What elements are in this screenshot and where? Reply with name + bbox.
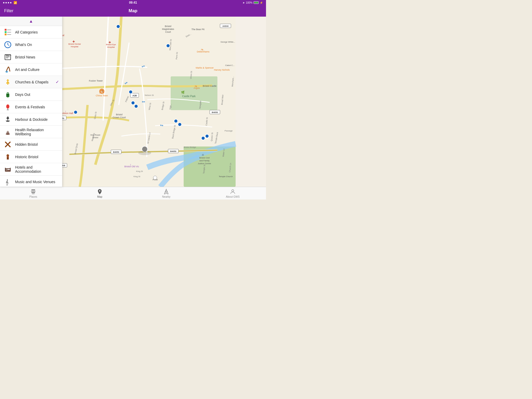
svg-text:B4053: B4053 [170,150,176,152]
hotels-icon [3,165,12,174]
status-bar: 📶 09:41 ➤ 100% ⚡ [0,0,266,5]
svg-point-132 [7,131,9,132]
menu-item-music[interactable]: 𝄞 Music and Music Venues [0,176,62,187]
main-content: ▶▶ ▶▶ ▶▶ ▶▶ A38 B4051 B4053 B4053 B4053 [0,17,266,187]
about-tab-icon [230,189,236,195]
svg-text:Passage: Passage [224,130,233,132]
svg-text:♪: ♪ [65,110,66,112]
svg-text:𝄞: 𝄞 [5,179,9,185]
menu-item-hidden-bristol[interactable]: Hidden Bristol [0,138,62,151]
battery-fill [254,2,258,3]
svg-text:Bristol Old Vic: Bristol Old Vic [124,165,139,168]
charging-icon: ⚡ [260,1,263,4]
svg-text:🛍: 🛍 [195,85,197,88]
signal-dot-3 [8,2,9,3]
menu-item-bristol-news[interactable]: BRISTOL Bristol News [0,51,62,63]
svg-text:🌿: 🌿 [181,90,185,94]
bristol-news-label: Bristol News [15,55,59,59]
svg-text:Bristol: Bristol [116,113,122,116]
svg-text:Court: Court [165,31,171,33]
svg-text:Marks & Spencer: Marks & Spencer [196,66,214,69]
battery-icon [254,1,259,4]
svg-point-102 [129,90,132,94]
svg-text:Bristol Bridge: Bristol Bridge [184,146,196,148]
svg-rect-143 [5,168,6,171]
bristol-news-icon: BRISTOL [3,52,12,62]
status-right: ➤ 100% ⚡ [243,1,263,4]
churches-icon [3,77,12,87]
svg-text:and Family: and Family [199,159,209,162]
menu-item-all-categories[interactable]: All Categories [0,26,62,38]
svg-rect-144 [10,168,11,171]
svg-text:♪: ♪ [130,163,131,166]
svg-rect-125 [7,97,8,97]
svg-point-108 [201,136,205,140]
all-categories-label: All Categories [15,30,59,34]
health-icon [3,127,12,137]
menu-item-events-festivals[interactable]: Events & Festivals [0,101,62,113]
svg-point-121 [5,71,8,73]
whats-on-label: What's On [15,43,59,47]
menu-item-health[interactable]: Health Relaxation Wellbeing [0,126,62,138]
menu-item-churches-chapels[interactable]: Churches & Chapels ✓ [0,76,62,88]
tab-places[interactable]: Places [0,189,66,198]
location-icon: ➤ [243,1,245,4]
svg-text:Temple Church: Temple Church [219,175,233,178]
map-tab-icon [97,189,103,195]
menu-item-whats-on[interactable]: What's On [0,38,62,51]
svg-point-110 [205,134,209,138]
status-left: 📶 [3,1,17,4]
svg-text:A4: A4 [62,164,65,167]
svg-text:Hog Roast: Hog Roast [90,134,101,136]
svg-text:King St: King St [134,175,141,178]
svg-text:Colston Hall: Colston Hall [61,112,73,115]
menu-item-art-culture[interactable]: Art and Culture [0,63,62,76]
svg-point-100 [116,25,120,28]
svg-rect-139 [8,155,9,156]
harbour-label: Harbour & Dockside [15,117,59,122]
tab-map[interactable]: Map [66,189,133,198]
svg-text:✚: ✚ [72,40,75,43]
places-tab-icon [30,189,36,195]
places-tab-label: Places [29,195,37,198]
chevron-up-icon: ▲ [29,19,33,24]
svg-text:Castle Park: Castle Park [182,95,196,98]
svg-point-105 [74,110,77,114]
svg-text:Harvey Nichols: Harvey Nichols [214,69,230,71]
svg-text:BRISTOL: BRISTOL [6,54,11,56]
tab-nearby[interactable]: Nearby [133,189,200,198]
menu-item-historic-bristol[interactable]: Historic Bristol [0,151,62,163]
svg-text:Bristol Civil: Bristol Civil [199,157,210,159]
svg-point-112 [138,151,151,155]
menu-item-harbour[interactable]: Harbour & Dockside [0,113,62,126]
menu-item-days-out[interactable]: Days Out [0,88,62,101]
events-icon [3,102,12,112]
tab-about[interactable]: About GWS [200,189,266,198]
hidden-bristol-icon [3,140,12,149]
map-tab-label: Map [97,195,102,198]
menu-item-hotels[interactable]: Hotels and Accommodation [0,163,62,176]
filter-button[interactable]: Filter [4,9,14,13]
svg-line-115 [8,45,9,45]
svg-point-103 [131,101,135,105]
svg-text:🛍: 🛍 [201,48,203,51]
svg-text:▶▶: ▶▶ [142,101,145,103]
svg-rect-137 [7,157,8,159]
historic-bristol-icon [3,152,12,162]
whats-on-icon [3,40,12,49]
svg-text:Bristol Castle: Bristol Castle [203,85,216,87]
svg-text:⚖: ⚖ [202,154,204,156]
svg-text:Hospital: Hospital [71,45,78,48]
svg-text:King St: King St [136,170,143,172]
svg-point-106 [174,119,178,123]
signal-dot-2 [5,2,7,3]
dropdown-header[interactable]: ▲ [0,17,62,26]
svg-rect-1 [171,76,217,110]
svg-point-133 [7,131,9,131]
svg-text:Bristol Dental: Bristol Dental [68,43,81,45]
svg-text:Fusion Tower: Fusion Tower [89,79,103,82]
svg-point-153 [232,190,234,192]
harbour-icon [3,115,12,124]
nearby-tab-icon [163,189,169,195]
battery-percent: 100% [246,1,252,4]
